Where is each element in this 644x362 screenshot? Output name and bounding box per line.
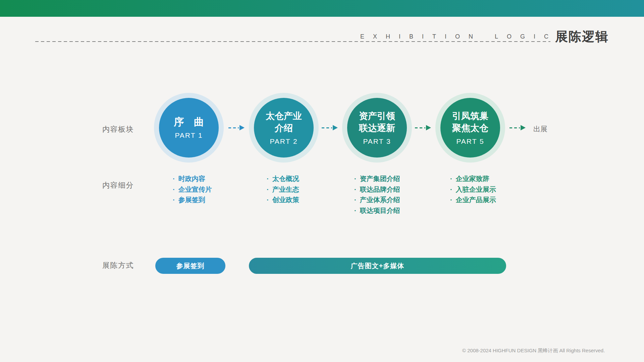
arrow-head-icon [239, 125, 245, 130]
flow-step-1-inner: 序 曲 PART 1 [159, 98, 219, 158]
header: EXHIBITION LOGIC 展陈逻辑 [35, 0, 609, 43]
details-list-step-1: 时政内容 企业宣传片 参展签到 [173, 174, 212, 205]
flow-step-2-part-label: PART 2 [270, 137, 298, 145]
flow-step-1-part-label: PART 1 [175, 131, 203, 139]
list-item: 太仓概况 [267, 174, 299, 184]
header-subtitle-en: EXHIBITION LOGIC [360, 33, 557, 40]
flow-step-3-part-label: PART 3 [363, 137, 391, 145]
flow-step-3-circle: 资产引领 联达逐新 PART 3 [342, 93, 412, 163]
flow-end-label: 出展 [533, 124, 547, 134]
list-item: 资产集团介绍 [354, 174, 400, 184]
arrow-dashes [322, 127, 332, 128]
flow-step-4-circle: 引凤筑巢 聚焦太仓 PART 5 [435, 93, 505, 163]
details-list-step-4: 企业家致辞 入驻企业展示 企业产品展示 [450, 174, 496, 205]
row-label-exhibition-method: 展陈方式 [102, 260, 134, 270]
list-item: 联达品牌介绍 [354, 184, 400, 195]
flow-step-4-inner: 引凤筑巢 聚焦太仓 PART 5 [440, 98, 500, 158]
flow-step-3-title-line2: 联达逐新 [359, 122, 395, 134]
flow-step-1-title: 序 曲 [174, 116, 204, 128]
arrow-head-icon [333, 125, 338, 130]
flow-arrow-icon [509, 125, 526, 130]
arrow-dashes [415, 127, 425, 128]
list-item: 企业家致辞 [450, 174, 496, 184]
arrow-dashes [509, 127, 520, 128]
list-item: 产业体系介绍 [354, 195, 400, 205]
list-item: 创业政策 [267, 195, 299, 205]
flow-step-3-inner: 资产引领 联达逐新 PART 3 [347, 98, 407, 158]
list-item: 企业产品展示 [450, 195, 496, 205]
copyright-text: © 2008-2024 HIGHFUN DESIGN 黑蜂计画 All Righ… [462, 348, 605, 354]
flow-step-4-title-line2: 聚焦太仓 [452, 122, 488, 134]
flow-step-1-circle: 序 曲 PART 1 [154, 93, 224, 163]
arrow-head-icon [521, 125, 526, 130]
list-item: 入驻企业展示 [450, 184, 496, 195]
flow-step-2-title-line1: 太仓产业 [266, 110, 302, 122]
flow-arrow-icon [322, 125, 338, 130]
row-label-content-blocks: 内容板块 [102, 124, 134, 134]
flow-step-4-title-line1: 引凤筑巢 [452, 110, 488, 122]
page-title: 展陈逻辑 [550, 30, 609, 43]
list-item: 产业生态 [267, 184, 299, 195]
header-dash-line: EXHIBITION LOGIC [35, 0, 550, 43]
list-item: 时政内容 [173, 174, 212, 184]
details-list-step-3: 资产集团介绍 联达品牌介绍 产业体系介绍 联达项目介绍 [354, 174, 400, 216]
list-item: 联达项目介绍 [354, 205, 400, 216]
method-pill-multimedia: 广告图文+多媒体 [249, 258, 506, 274]
list-item: 参展签到 [173, 195, 212, 205]
flow-arrow-icon [415, 125, 431, 130]
row-label-content-details: 内容细分 [102, 180, 134, 190]
details-list-step-2: 太仓概况 产业生态 创业政策 [267, 174, 299, 205]
flow-step-2-title: 太仓产业 介绍 [266, 110, 302, 134]
flow-step-1-title-line1: 序 曲 [174, 116, 204, 128]
flow-step-4-part-label: PART 5 [456, 137, 484, 145]
flow-step-2-title-line2: 介绍 [266, 122, 302, 134]
arrow-head-icon [426, 125, 431, 130]
flow-step-4-title: 引凤筑巢 聚焦太仓 [452, 110, 488, 134]
flow-step-2-inner: 太仓产业 介绍 PART 2 [254, 98, 314, 158]
method-pill-signin: 参展签到 [155, 258, 225, 274]
flow-step-2-circle: 太仓产业 介绍 PART 2 [249, 93, 319, 163]
flow-step-3-title-line1: 资产引领 [359, 110, 395, 122]
list-item: 企业宣传片 [173, 184, 212, 195]
arrow-dashes [228, 127, 239, 128]
flow-step-3-title: 资产引领 联达逐新 [359, 110, 395, 134]
flow-arrow-icon [228, 125, 245, 130]
